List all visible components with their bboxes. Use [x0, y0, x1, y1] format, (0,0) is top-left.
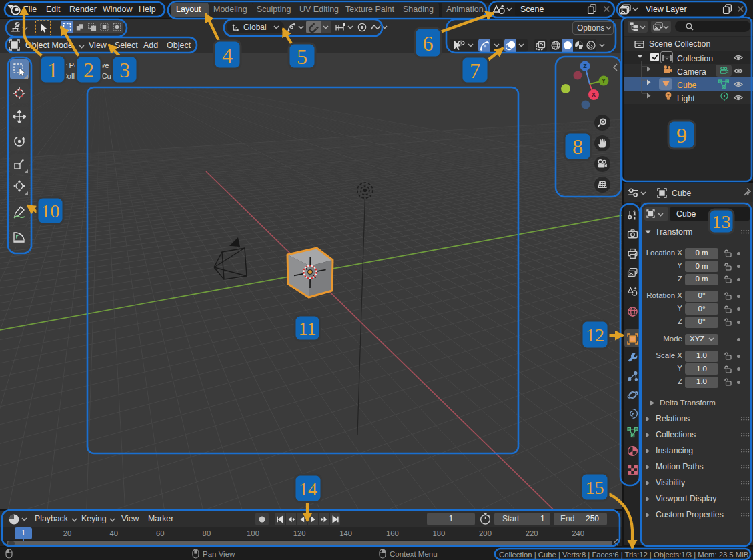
svg-text:2: 2 — [83, 58, 94, 82]
svg-text:10: 10 — [41, 201, 60, 221]
svg-text:8: 8 — [572, 135, 583, 159]
svg-text:1: 1 — [47, 58, 58, 82]
svg-text:13: 13 — [712, 211, 731, 232]
svg-text:5: 5 — [297, 45, 307, 69]
svg-text:6: 6 — [423, 31, 434, 55]
svg-text:9: 9 — [676, 123, 687, 147]
svg-text:7: 7 — [470, 59, 480, 83]
svg-text:15: 15 — [586, 477, 604, 498]
svg-text:11: 11 — [299, 318, 317, 339]
svg-text:3: 3 — [119, 58, 130, 82]
svg-text:14: 14 — [299, 479, 317, 499]
svg-text:12: 12 — [586, 325, 604, 345]
svg-text:4: 4 — [222, 43, 233, 67]
